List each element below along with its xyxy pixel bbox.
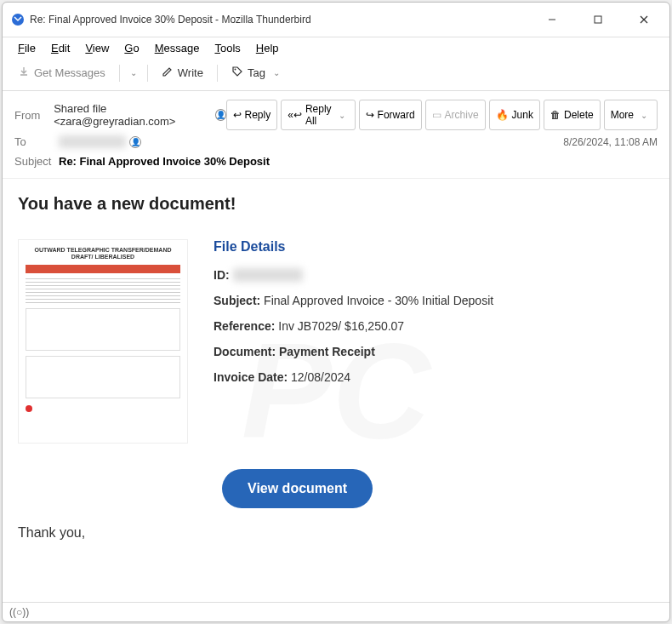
to-label: To [14, 135, 59, 148]
id-value-redacted: hidden [233, 268, 303, 282]
reply-button[interactable]: ↩Reply [226, 100, 278, 130]
more-button[interactable]: More⌄ [604, 100, 658, 130]
write-button[interactable]: Write [155, 62, 210, 83]
get-messages-button[interactable]: Get Messages [11, 62, 112, 83]
forward-icon: ↪ [366, 109, 374, 121]
message-date: 8/26/2024, 11:08 AM [563, 136, 658, 148]
menu-view[interactable]: View [78, 39, 116, 57]
reply-icon: ↩ [233, 109, 242, 121]
toolbar: Get Messages ⌄ Write Tag ⌄ [3, 59, 669, 91]
menu-help[interactable]: Help [249, 39, 286, 57]
menu-edit[interactable]: Edit [44, 39, 77, 57]
svg-point-5 [234, 69, 236, 71]
delete-button[interactable]: 🗑Delete [544, 100, 601, 130]
window-title: Re: Final Approved Invoice 30% Deposit -… [30, 14, 535, 26]
download-icon [18, 66, 30, 80]
from-value[interactable]: Shared file <zara@greyradian.com> [54, 102, 211, 128]
chevron-down-icon[interactable]: ⌄ [127, 68, 140, 77]
separator [119, 65, 120, 82]
file-details: File Details ID: hidden Subject: Final A… [214, 239, 493, 444]
app-icon [11, 13, 25, 26]
chevron-down-icon: ⌄ [637, 111, 651, 120]
menu-file[interactable]: File [11, 39, 43, 57]
message-body: PC You have a new document! OUTWARD TELE… [3, 179, 669, 602]
menu-tools[interactable]: Tools [208, 39, 247, 57]
to-value-redacted: hidden [59, 135, 126, 148]
statusbar: ((○)) [3, 602, 669, 621]
junk-button[interactable]: 🔥Junk [489, 100, 540, 130]
chevron-down-icon: ⌄ [270, 68, 283, 77]
svg-rect-2 [595, 16, 601, 23]
subject-value: Re: Final Approved Invoice 30% Deposit [59, 155, 270, 168]
maximize-button[interactable] [581, 8, 615, 31]
menu-message[interactable]: Message [148, 39, 207, 57]
contact-icon[interactable]: 👤 [215, 109, 226, 121]
thankyou-text: Thank you, [18, 525, 654, 541]
chevron-down-icon: ⌄ [335, 111, 349, 120]
minimize-button[interactable] [535, 8, 569, 31]
archive-icon: ▭ [432, 109, 441, 121]
trash-icon: 🗑 [550, 109, 561, 121]
subject-label: Subject [14, 155, 59, 168]
document-thumbnail: OUTWARD TELEGRAPHIC TRANSFER/DEMAND DRAF… [18, 239, 188, 444]
view-document-button[interactable]: View document [222, 469, 373, 508]
tag-icon [231, 66, 243, 80]
close-button[interactable] [627, 8, 661, 31]
from-label: From [14, 109, 54, 122]
connection-indicator-icon[interactable]: ((○)) [9, 606, 29, 618]
tag-button[interactable]: Tag ⌄ [225, 62, 290, 83]
menubar: File Edit View Go Message Tools Help [3, 37, 669, 59]
reply-all-icon: «↩ [288, 109, 302, 121]
body-headline: You have a new document! [18, 194, 654, 214]
pencil-icon [162, 66, 174, 80]
contact-icon[interactable]: 👤 [129, 136, 141, 148]
menu-go[interactable]: Go [117, 39, 145, 57]
file-details-title: File Details [214, 239, 493, 255]
archive-button[interactable]: ▭Archive [425, 100, 486, 130]
reply-all-button[interactable]: «↩Reply All⌄ [281, 100, 355, 130]
forward-button[interactable]: ↪Forward [359, 100, 422, 130]
message-header: From Shared file <zara@greyradian.com> 👤… [3, 91, 669, 179]
junk-icon: 🔥 [496, 109, 509, 121]
